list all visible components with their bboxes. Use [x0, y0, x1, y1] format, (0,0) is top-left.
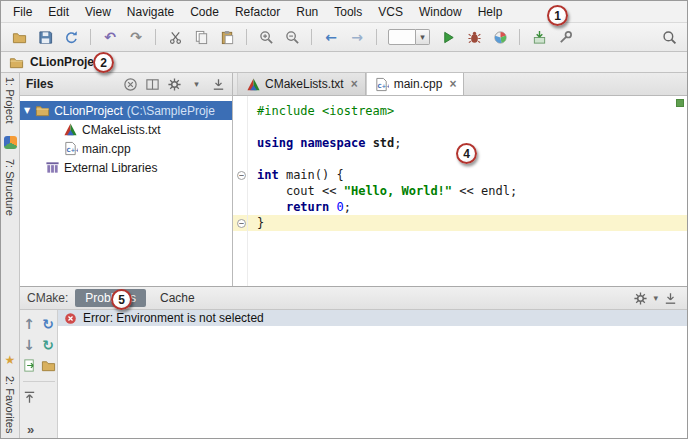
- sync-cmake-icon[interactable]: ↻: [39, 336, 57, 353]
- editor-gutter: [233, 199, 247, 215]
- expand-arrow-icon[interactable]: ▼: [24, 106, 30, 115]
- chevron-down-icon[interactable]: ▾: [653, 294, 658, 303]
- hide-panel-icon[interactable]: [663, 291, 678, 306]
- tools-icon[interactable]: [553, 26, 577, 48]
- nav-up-icon[interactable]: ↑: [20, 315, 38, 332]
- copy-icon[interactable]: [189, 26, 213, 48]
- cpp-icon: C++: [374, 76, 390, 92]
- hide-icon[interactable]: [211, 77, 226, 92]
- svg-text:C++: C++: [378, 83, 390, 89]
- more-options-icon[interactable]: »: [27, 422, 34, 437]
- code-line[interactable]: return 0;: [233, 199, 687, 215]
- stripe-structure-button[interactable]: 7: Structure: [4, 159, 16, 219]
- tree-item-cmakelists-txt[interactable]: CMakeLists.txt: [20, 120, 232, 139]
- close-tab-icon[interactable]: ×: [351, 77, 358, 91]
- fold-icon[interactable]: −: [237, 171, 246, 180]
- tree-item-external-libraries[interactable]: External Libraries: [20, 158, 232, 177]
- editor-gutter: −: [233, 167, 247, 183]
- left-tool-stripe: 1: Project 7: Structure ★ 2: Favorites: [1, 73, 20, 439]
- code-line[interactable]: cout << "Hello, World!" << endl;: [233, 183, 687, 199]
- gear-icon[interactable]: [633, 291, 648, 306]
- zoom-out-icon[interactable]: [280, 26, 304, 48]
- chevron-down-icon[interactable]: ▾: [416, 29, 430, 45]
- close-circle-icon[interactable]: [123, 77, 138, 92]
- gear-icon[interactable]: [167, 77, 182, 92]
- open-source-icon[interactable]: [20, 357, 38, 374]
- close-tab-icon[interactable]: ×: [449, 77, 456, 91]
- cut-icon[interactable]: [163, 26, 187, 48]
- menu-window[interactable]: Window: [411, 3, 470, 21]
- tree-item-clionproject[interactable]: ▼CLionProject (C:\SampleProje: [20, 101, 232, 120]
- zoom-in-icon[interactable]: [254, 26, 278, 48]
- deploy-icon[interactable]: [527, 26, 551, 48]
- tree-item-main-cpp[interactable]: C++main.cpp: [20, 139, 232, 158]
- stripe-favorites-button[interactable]: 2: Favorites: [4, 376, 16, 436]
- stripe-project-button[interactable]: 1: Project: [4, 77, 16, 126]
- stripe-bottom-group: ★ 2: Favorites: [4, 354, 16, 436]
- forward-icon[interactable]: →: [345, 26, 369, 48]
- files-panel-header: Files ▾: [20, 73, 232, 96]
- project-tree: ▼CLionProject (C:\SampleProjeCMakeLists.…: [20, 96, 232, 286]
- split-icon[interactable]: [145, 77, 160, 92]
- save-icon[interactable]: [33, 26, 57, 48]
- run-icon[interactable]: [436, 26, 460, 48]
- tab-cache[interactable]: Cache: [150, 289, 205, 307]
- editor-tab-main-cpp[interactable]: C++main.cpp×: [366, 73, 465, 95]
- run-config-value: [388, 29, 416, 45]
- show-folder-icon[interactable]: [39, 357, 57, 374]
- sync-icon[interactable]: [59, 26, 83, 48]
- redo-icon[interactable]: ↷: [124, 26, 148, 48]
- cmake-header-actions: ▾: [633, 291, 678, 306]
- error-icon: [64, 312, 77, 325]
- paste-icon[interactable]: [215, 26, 239, 48]
- chevron-down-icon[interactable]: ▾: [189, 77, 204, 92]
- undo-icon[interactable]: ↶: [98, 26, 122, 48]
- menu-code[interactable]: Code: [182, 3, 227, 21]
- menu-refactor[interactable]: Refactor: [227, 3, 288, 21]
- debug-icon[interactable]: [462, 26, 486, 48]
- favorites-button-label: 2: Favorites: [4, 376, 16, 433]
- code-line[interactable]: −int main() {: [233, 167, 687, 183]
- main-column: Files ▾ ▼CLionProject (C:\SampleProjeCMa…: [20, 73, 687, 439]
- open-icon[interactable]: [7, 26, 31, 48]
- run-config-combo[interactable]: ▾: [388, 29, 430, 45]
- menu-tools[interactable]: Tools: [326, 3, 370, 21]
- files-header-icons: ▾: [123, 77, 226, 92]
- menu-view[interactable]: View: [77, 3, 119, 21]
- menu-edit[interactable]: Edit: [40, 3, 77, 21]
- cpp-icon: C++: [62, 141, 78, 157]
- cmake-icon: [245, 76, 261, 92]
- project-button-label: 1: Project: [4, 77, 16, 123]
- tree-item-label: CMakeLists.txt: [82, 123, 161, 137]
- editor-tab-cmakelists-txt[interactable]: CMakeLists.txt×: [237, 73, 366, 95]
- back-icon[interactable]: ←: [319, 26, 343, 48]
- menu-run[interactable]: Run: [288, 3, 326, 21]
- menu-navigate[interactable]: Navigate: [119, 3, 182, 21]
- code-line[interactable]: [233, 119, 687, 135]
- code-line[interactable]: −}: [233, 215, 687, 231]
- reload-cmake-icon[interactable]: ↻: [39, 315, 57, 332]
- menu-file[interactable]: File: [5, 3, 40, 21]
- tree-item-label: External Libraries: [64, 161, 157, 175]
- favorites-star-icon: ★: [5, 354, 16, 366]
- editor-gutter: [233, 183, 247, 199]
- files-tool-window: Files ▾ ▼CLionProject (C:\SampleProjeCMa…: [20, 73, 233, 286]
- nav-down-icon[interactable]: ↓: [20, 336, 38, 353]
- code-line[interactable]: #include <iostream>: [233, 103, 687, 119]
- menu-vcs[interactable]: VCS: [370, 3, 411, 21]
- collapse-all-icon[interactable]: [20, 389, 38, 406]
- editor-body[interactable]: #include <iostream> using namespace std;…: [233, 96, 687, 286]
- library-icon: [44, 160, 60, 176]
- inspection-status-indicator[interactable]: [676, 99, 684, 107]
- svg-text:C++: C++: [66, 147, 78, 153]
- profile-icon[interactable]: [488, 26, 512, 48]
- toolbar-divider: [90, 29, 91, 45]
- annotation-badge-5: 5: [111, 289, 132, 310]
- tab-label: CMakeLists.txt: [265, 77, 344, 91]
- search-icon[interactable]: [657, 26, 681, 48]
- menu-help[interactable]: Help: [470, 3, 511, 21]
- main-toolbar: ↶↷←→▾: [1, 23, 687, 52]
- editor-tabs: CMakeLists.txt×C++main.cpp×: [233, 73, 687, 96]
- problem-row[interactable]: Error: Environment is not selected: [58, 310, 687, 326]
- fold-icon[interactable]: −: [237, 219, 246, 228]
